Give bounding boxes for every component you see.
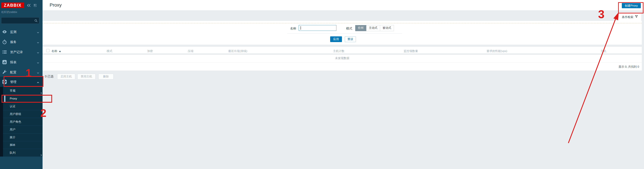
enable-hosts-button[interactable]: 启用主机	[57, 74, 75, 79]
chevron-right-icon	[40, 152, 42, 159]
mode-option-any[interactable]: 任何	[355, 25, 366, 31]
sidebar-item-inventory[interactable]: 资产记录	[0, 47, 42, 57]
sidebar-item-monitoring[interactable]: 监测	[0, 27, 42, 37]
bar-chart-icon	[2, 60, 7, 65]
column-header-item-count: 监控项数量	[404, 49, 418, 53]
column-header-host-count: 主机计数	[333, 49, 344, 53]
column-header-name[interactable]: 名称	[52, 49, 61, 53]
table-row-divider	[42, 62, 642, 63]
submenu-item-general[interactable]: 常规	[3, 87, 42, 95]
column-header-hosts: 主机	[600, 49, 606, 53]
delete-button[interactable]: 删除	[98, 74, 114, 79]
sidebar-item-services[interactable]: 服务	[0, 37, 42, 47]
mode-option-passive[interactable]: 被动式	[380, 25, 394, 31]
submenu-item-scripts[interactable]: 脚本	[3, 141, 42, 149]
column-header-mode: 模式	[107, 49, 112, 53]
search-icon	[34, 19, 38, 23]
eye-icon	[2, 29, 7, 34]
sidebar-search[interactable]	[1, 17, 39, 24]
submenu-item-user-groups[interactable]: 用户群组	[3, 110, 42, 118]
submenu-item-proxy[interactable]: Proxy	[3, 95, 42, 102]
filter-panel-dashed-border	[42, 23, 642, 23]
submenu-item-queue[interactable]: 队列	[3, 149, 42, 156]
reset-button[interactable]: 重设	[345, 36, 356, 42]
expand-fullscreen-icon[interactable]	[34, 4, 37, 7]
submenu-item-users[interactable]: 用户	[3, 126, 42, 133]
wrench-icon	[2, 70, 7, 75]
funnel-icon	[635, 15, 638, 19]
sidebar: ZABBIX 松轩的zabbix 监测 服务 资产记录	[0, 0, 42, 169]
selected-item-indicator	[4, 95, 6, 102]
gear-icon	[2, 79, 7, 84]
table-footer-count: 显示 0, 共找到 0	[42, 65, 639, 69]
name-filter-input[interactable]	[299, 25, 336, 31]
sidebar-item-reports[interactable]: 报表	[0, 57, 42, 67]
column-header-required-performance: 要求的性能(vps)	[486, 49, 507, 53]
list-icon	[2, 50, 7, 55]
no-data-row: 未发现数据	[42, 56, 642, 60]
chevron-up-icon	[37, 81, 39, 84]
mode-option-active[interactable]: 主动式	[366, 25, 380, 31]
zabbix-logo[interactable]: ZABBIX	[1, 3, 24, 8]
disable-hosts-button[interactable]: 禁用主机	[77, 74, 96, 79]
sort-asc-icon	[59, 50, 61, 53]
column-header-compression: 压缩	[188, 49, 194, 53]
select-all-checkbox[interactable]	[46, 49, 50, 52]
chevron-down-icon	[37, 71, 39, 74]
filter-panel	[42, 21, 642, 45]
submenu-item-user-roles[interactable]: 用户角色	[3, 118, 42, 126]
search-input[interactable]	[3, 18, 34, 23]
chevron-down-icon	[37, 31, 39, 34]
collapse-sidebar-icon[interactable]	[27, 4, 31, 7]
chevron-down-icon	[37, 61, 39, 64]
create-proxy-button[interactable]: 创建Proxy	[622, 3, 641, 8]
zabbix-app: ZABBIX 松轩的zabbix 监测 服务 资产记录	[0, 0, 644, 169]
server-name: 松轩的zabbix	[1, 11, 17, 14]
text-cursor	[300, 26, 301, 30]
column-header-encryption: 加密	[147, 49, 153, 53]
column-header-last-seen: 最近出现(持续)	[228, 49, 247, 53]
submenu-item-authentication[interactable]: 认证	[3, 102, 42, 110]
name-filter-label: 名称	[290, 27, 296, 31]
stopwatch-icon	[2, 39, 7, 44]
chevron-down-icon	[37, 51, 39, 54]
filter-toggle-tab[interactable]: 条件检索	[618, 13, 641, 21]
selected-count-label: 0 已选	[45, 74, 54, 78]
mode-filter-label: 模式	[346, 27, 352, 31]
mode-segmented-control: 任何 主动式 被动式	[355, 25, 394, 31]
table-header-divider	[42, 54, 642, 54]
chevron-down-icon	[37, 41, 39, 44]
sidebar-scrollbar[interactable]	[0, 87, 3, 156]
apply-button[interactable]: 应用	[330, 36, 342, 42]
sidebar-item-configuration[interactable]: 配置	[0, 67, 42, 77]
page-title: Proxy	[50, 2, 62, 8]
page-header	[42, 0, 644, 11]
sidebar-item-administration[interactable]: 管理	[0, 77, 42, 87]
submenu-item-media-types[interactable]: 媒介	[3, 133, 42, 141]
